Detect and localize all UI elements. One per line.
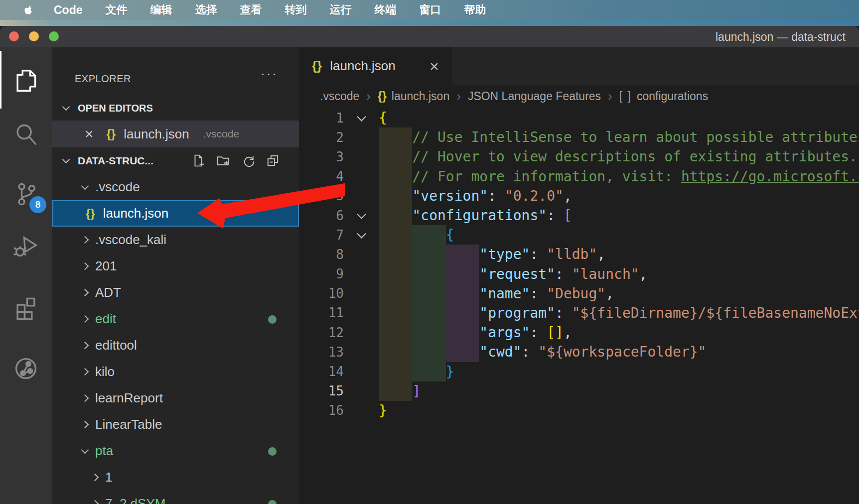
code-text: "name": "Debug",	[379, 285, 614, 302]
workspace-section-header[interactable]: DATA-STRUC...	[52, 147, 299, 174]
symbol-array-icon: [ ]	[619, 90, 632, 103]
line-number: 14	[299, 364, 344, 379]
code-line-13[interactable]: 13 "cwd": "${workspaceFolder}"	[299, 342, 859, 362]
tab-bar: {} launch.json ×	[299, 47, 859, 85]
code-line-15[interactable]: 15 ]	[299, 381, 859, 401]
chevron-right-icon	[81, 315, 89, 323]
minimize-window-button[interactable]	[29, 31, 39, 41]
code-line-4[interactable]: 4 // For more information, visit: https:…	[299, 167, 859, 186]
more-actions-icon[interactable]: ···	[261, 66, 278, 82]
tree-item-label: edittool	[95, 338, 137, 353]
tree-item-adt[interactable]: ADT	[52, 279, 299, 306]
code-text: "version": "0.2.0",	[379, 188, 572, 204]
code-line-8[interactable]: 8 "type": "lldb",	[299, 245, 859, 264]
code-line-14[interactable]: 14 }	[299, 362, 859, 381]
fold-chevron-icon[interactable]	[357, 229, 366, 238]
menu-item-8[interactable]: 帮助	[464, 2, 486, 17]
menu-item-7[interactable]: 窗口	[420, 2, 441, 17]
new-folder-icon[interactable]	[216, 153, 230, 168]
close-editor-icon[interactable]: ×	[85, 126, 94, 141]
code-line-5[interactable]: 5 "version": "0.2.0",	[299, 186, 859, 206]
menu-item-3[interactable]: 查看	[240, 2, 262, 17]
tree-item-label: .vscode_kali	[95, 232, 166, 248]
tree-item-pta[interactable]: pta	[52, 438, 299, 464]
breadcrumb-item-launch-json[interactable]: {}launch.json	[378, 90, 449, 103]
window-title: launch.json — data-struct	[716, 30, 846, 44]
menu-item-5[interactable]: 运行	[330, 2, 352, 17]
explorer-icon[interactable]	[12, 67, 39, 94]
code-editor[interactable]: 1{2 // Use IntelliSense to learn about p…	[299, 108, 859, 420]
tree-item-7-2-dsym[interactable]: 7_2.dSYM	[52, 491, 299, 504]
breadcrumb-separator: ›	[456, 89, 461, 104]
menu-item-6[interactable]: 终端	[375, 2, 397, 17]
chevron-right-icon	[81, 342, 89, 350]
explorer-title: EXPLORER	[75, 73, 131, 85]
activity-bar: 8	[0, 47, 52, 504]
breadcrumb-item-configurations[interactable]: [ ]configurations	[619, 90, 708, 103]
fold-gutter	[344, 116, 379, 120]
code-line-2[interactable]: 2 // Use IntelliSense to learn about pos…	[299, 127, 859, 147]
tree-item-lineartable[interactable]: LinearTable	[52, 411, 299, 438]
tree-item--vscode[interactable]: .vscode	[52, 174, 299, 200]
zoom-window-button[interactable]	[49, 31, 59, 41]
fold-chevron-icon[interactable]	[357, 210, 366, 219]
code-text: "program": "${fileDirname}/${fileBasenam…	[379, 305, 859, 321]
code-line-3[interactable]: 3 // Hover to view descriptions of exist…	[299, 147, 859, 166]
tree-item-201[interactable]: 201	[52, 253, 299, 279]
run-debug-icon[interactable]	[12, 233, 39, 259]
new-file-icon[interactable]	[191, 153, 205, 168]
chevron-right-icon	[81, 368, 89, 376]
open-editor-item-launch-json[interactable]: × {} launch.json .vscode	[52, 121, 299, 147]
tree-item-edittool[interactable]: edittool	[52, 332, 299, 359]
active-view-indicator	[0, 51, 1, 109]
close-window-button[interactable]	[9, 31, 19, 41]
breadcrumb-item-json-language-features[interactable]: JSON Language Features	[468, 90, 601, 103]
extensions-icon[interactable]	[12, 294, 39, 321]
code-line-1[interactable]: 1{	[299, 108, 859, 127]
apple-menu-icon[interactable]	[22, 3, 34, 17]
tree-item-learnreport[interactable]: learnReport	[52, 385, 299, 411]
refresh-icon[interactable]	[241, 153, 255, 168]
tree-item-label: LinearTable	[95, 417, 162, 432]
menu-item-2[interactable]: 选择	[195, 2, 217, 17]
chevron-right-icon	[81, 262, 89, 270]
menu-item-4[interactable]: 转到	[285, 2, 307, 17]
code-line-12[interactable]: 12 "args": [],	[299, 323, 859, 342]
code-line-7[interactable]: 7 {	[299, 225, 859, 245]
collapse-folders-icon[interactable]	[266, 153, 280, 168]
tree-item-edit[interactable]: edit	[52, 306, 299, 332]
chevron-down-icon	[62, 103, 70, 111]
open-editors-header[interactable]: OPEN EDITORS	[52, 96, 299, 121]
tab-launch-json[interactable]: {} launch.json ×	[299, 47, 452, 85]
line-number: 13	[299, 345, 344, 360]
code-text: ]	[379, 383, 421, 399]
code-line-9[interactable]: 9 "request": "launch",	[299, 264, 859, 284]
breadcrumb-item--vscode[interactable]: .vscode	[320, 90, 359, 103]
tree-item-1[interactable]: 1	[52, 464, 299, 491]
editor-group: {} launch.json × .vscode›{}launch.json›J…	[299, 47, 859, 504]
tree-item-label: launch.json	[103, 206, 169, 221]
fold-chevron-icon[interactable]	[357, 112, 366, 121]
menu-item-0[interactable]: 文件	[106, 2, 128, 17]
close-tab-icon[interactable]: ×	[430, 58, 439, 74]
line-number: 1	[299, 111, 344, 126]
tree-item-kilo[interactable]: kilo	[52, 359, 299, 385]
menu-app-name[interactable]: Code	[54, 3, 83, 17]
code-line-10[interactable]: 10 "name": "Debug",	[299, 284, 859, 303]
tree-item-launch-json[interactable]: {}launch.json	[52, 200, 299, 227]
git-graph-circle-icon[interactable]	[12, 355, 39, 382]
traffic-lights	[9, 31, 59, 41]
menu-item-1[interactable]: 编辑	[150, 2, 172, 17]
code-line-16[interactable]: 16}	[299, 401, 859, 420]
tree-item--vscode-kali[interactable]: .vscode_kali	[52, 227, 299, 253]
git-modified-dot	[268, 315, 277, 324]
section-toolbar	[191, 153, 280, 168]
window-titlebar[interactable]: launch.json — data-struct	[0, 26, 859, 47]
code-text: }	[379, 364, 454, 380]
search-icon[interactable]	[12, 121, 39, 148]
breadcrumb-label: configurations	[637, 90, 708, 103]
code-text: // Use IntelliSense to learn about possi…	[379, 129, 859, 145]
code-line-6[interactable]: 6 "configurations": [	[299, 206, 859, 225]
breadcrumb-label: launch.json	[392, 90, 449, 103]
code-line-11[interactable]: 11 "program": "${fileDirname}/${fileBase…	[299, 303, 859, 323]
